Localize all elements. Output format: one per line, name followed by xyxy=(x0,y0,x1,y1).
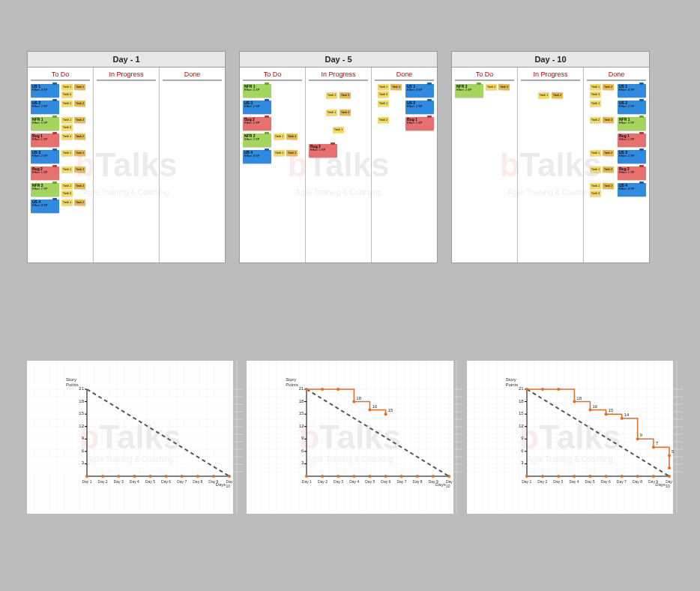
task-sticky[interactable]: Task 3 xyxy=(498,84,510,90)
task-sticky[interactable]: Task 2 xyxy=(340,110,351,116)
task-sticky[interactable]: Task 1 xyxy=(61,100,73,106)
y-axis-label: Story xyxy=(286,377,296,382)
story-row: NFR 2Effort: 2 SPTask 2Task 3 xyxy=(455,84,514,98)
task-sticky[interactable]: Task 1 xyxy=(274,134,285,140)
task-sticky[interactable]: Task 3 xyxy=(61,92,73,98)
story-card-bug1[interactable]: Bug 1Effort: 1 SP xyxy=(405,117,434,130)
board-title: Day - 5 xyxy=(240,52,437,68)
column-todo: To DoNFR 2Effort: 2 SPTask 2Task 3 xyxy=(452,68,518,262)
sprint-boards-row: Day - 1bTalksAgile Training & CoachingTo… xyxy=(0,51,700,263)
story-card-nfr2[interactable]: NFR 2Effort: 2 SP xyxy=(243,134,271,147)
column-todo: To DoNFR 1Effort: 5 SPUS 3Effort: 2 SPBu… xyxy=(240,68,306,262)
task-sticky[interactable]: Task 2 xyxy=(326,92,337,98)
task-sticky[interactable]: Task 3 xyxy=(378,92,389,98)
task-sticky[interactable]: Task 2 xyxy=(74,117,85,123)
task-sticky[interactable]: Task 2 xyxy=(590,117,601,123)
story-card-bug2[interactable]: Bug 2Effort: 1 SP xyxy=(243,117,271,130)
task-sticky[interactable]: Task 3 xyxy=(61,124,73,130)
task-sticky[interactable]: Task 2 xyxy=(486,84,497,90)
task-sticky[interactable]: Task 1 xyxy=(61,183,73,189)
story-card-us2[interactable]: US 2Effort: 2 SP xyxy=(618,100,646,114)
story-card-us2[interactable]: US 2Effort: 2 SP xyxy=(31,100,59,114)
task-sticky[interactable]: Task 2 xyxy=(74,200,85,206)
task-sticky[interactable]: Task 2 xyxy=(74,84,85,90)
story-card-us1[interactable]: US 1Effort: 3 SP xyxy=(405,84,434,98)
story-card-us4[interactable]: US 4Effort: 3 SP xyxy=(618,183,646,196)
task-sticky[interactable]: Task 1 xyxy=(590,166,601,172)
story-card-us4[interactable]: US 4Effort: 3 SP xyxy=(243,150,271,164)
task-sticky[interactable]: Task 1 xyxy=(61,150,73,156)
story-card-us3[interactable]: US 3Effort: 2 SP xyxy=(618,150,646,164)
task-sticky[interactable]: Task 1 xyxy=(590,150,601,156)
story-row: US 3Effort: 2 SP xyxy=(243,100,302,114)
x-tick: Day 1 xyxy=(302,479,312,484)
task-sticky[interactable]: Task 1 xyxy=(61,134,73,140)
task-sticky[interactable]: Task 1 xyxy=(590,84,601,90)
story-card-nfr1[interactable]: NFR 1Effort: 5 SP xyxy=(31,117,59,130)
task-sticky[interactable]: Task 2 xyxy=(603,84,614,90)
task-sticky[interactable]: Task 2 xyxy=(74,100,85,106)
story-card-us4[interactable]: US 4Effort: 3 SP xyxy=(31,200,59,213)
task-sticky[interactable]: Task 3 xyxy=(61,190,73,196)
x-tick: Day 5 xyxy=(365,479,375,484)
task-sticky[interactable]: Task 1 xyxy=(538,92,549,98)
task-sticky[interactable]: Task 1 xyxy=(61,200,73,206)
story-row: Task 2Bug 1Effort: 1 SP xyxy=(375,117,434,130)
task-sticky[interactable]: Task 3 xyxy=(340,92,351,98)
task-sticky[interactable]: Task 2 xyxy=(603,166,614,172)
story-effort: Effort: 1 SP xyxy=(407,122,432,124)
task-sticky[interactable]: Task 3 xyxy=(603,117,614,123)
story-card-us2[interactable]: US 2Effort: 2 SP xyxy=(405,100,434,114)
story-card-nfr2[interactable]: NFR 2Effort: 2 SP xyxy=(31,183,59,196)
task-sticky[interactable]: Task 1 xyxy=(274,150,285,156)
svg-point-122 xyxy=(305,388,308,391)
task-sticky[interactable]: Task 3 xyxy=(590,92,601,98)
story-row: Bug 2Effort: 1 SPTask 1Task 2 xyxy=(31,166,90,180)
story-card-nfr1[interactable]: NFR 1Effort: 5 SP xyxy=(618,117,646,130)
task-sticky[interactable]: Task 2 xyxy=(552,92,563,98)
task-sticky[interactable]: Task 2 xyxy=(390,84,402,90)
task-sticky[interactable]: Task 1 xyxy=(333,127,344,133)
x-tick: Day 7 xyxy=(617,479,627,484)
task-sticky[interactable]: Task 1 xyxy=(590,183,601,189)
task-sticky[interactable]: Task 2 xyxy=(286,150,298,156)
task-sticky[interactable]: Task 2 xyxy=(286,134,298,140)
task-sticky[interactable]: Task 1 xyxy=(378,84,389,90)
story-row: Task 1Task 2Task 3US 4Effort: 3 SP xyxy=(587,183,646,196)
story-card-us3[interactable]: US 3Effort: 2 SP xyxy=(31,150,59,164)
task-sticky[interactable]: Task 2 xyxy=(74,183,85,189)
svg-point-199 xyxy=(636,437,639,440)
task-sticky[interactable]: Task 2 xyxy=(74,166,85,172)
story-card-bug1[interactable]: Bug 1Effort: 1 SP xyxy=(618,134,646,147)
story-card-bug2[interactable]: Bug 2Effort: 1 SP xyxy=(618,166,646,180)
story-card-nfr2[interactable]: NFR 2Effort: 2 SP xyxy=(455,84,483,98)
task-sticky[interactable]: Task 1 xyxy=(378,100,389,106)
story-card-bug2[interactable]: Bug 2Effort: 1 SP xyxy=(31,166,59,180)
task-sticky[interactable]: Task 1 xyxy=(61,117,73,123)
story-card-us1[interactable]: US 1Effort: 3 SP xyxy=(31,84,59,98)
svg-point-112 xyxy=(321,475,324,478)
column-title: Done xyxy=(163,70,222,81)
story-card-bug1[interactable]: Bug 1Effort: 1 SP xyxy=(31,134,59,147)
task-sticky[interactable]: Task 1 xyxy=(61,84,73,90)
story-card-nfr1[interactable]: NFR 1Effort: 5 SP xyxy=(243,84,271,98)
story-card-us3[interactable]: US 3Effort: 2 SP xyxy=(243,100,271,114)
task-sticky[interactable]: Task 2 xyxy=(74,134,85,140)
tasks-cluster: Task 1Task 2 xyxy=(524,92,577,98)
story-effort: Effort: 5 SP xyxy=(619,122,645,124)
task-sticky[interactable]: Task 2 xyxy=(603,150,614,156)
task-sticky[interactable]: Task 2 xyxy=(74,150,85,156)
x-tick: Day 2 xyxy=(98,479,108,484)
task-sticky[interactable]: Task 2 xyxy=(378,117,389,123)
story-card-us1[interactable]: US 1Effort: 3 SP xyxy=(618,84,646,98)
task-sticky[interactable]: Task 1 xyxy=(590,100,601,106)
story-card-bug2[interactable]: Bug 2Effort: 1 SP xyxy=(309,144,337,158)
board-columns: bTalksAgile Training & CoachingTo DoNFR … xyxy=(452,68,649,262)
task-sticky[interactable]: Task 2 xyxy=(603,183,614,189)
task-sticky[interactable]: Task 3 xyxy=(590,190,601,196)
x-tick: Day 5 xyxy=(145,479,155,484)
x-tick: Day 4 xyxy=(569,479,579,484)
task-sticky[interactable]: Task 1 xyxy=(326,110,337,116)
task-sticky[interactable]: Task 1 xyxy=(61,166,73,172)
x-tick: Day 9 xyxy=(208,479,218,484)
